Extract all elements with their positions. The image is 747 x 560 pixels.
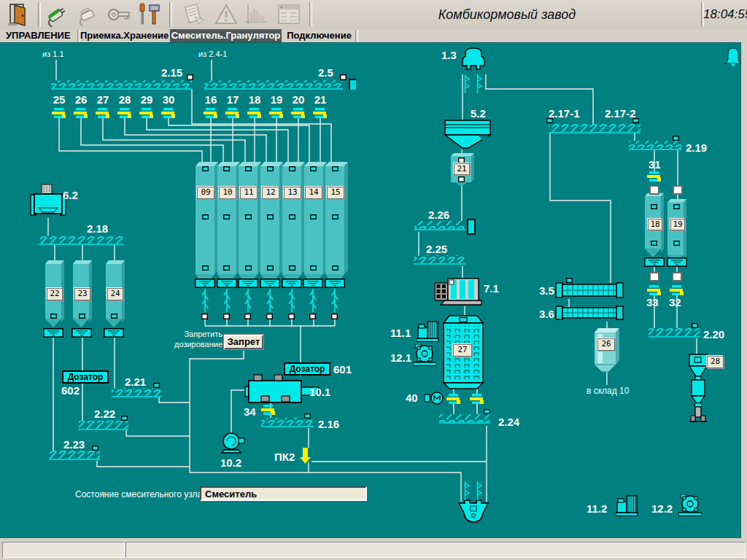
machine-label: 11.2 (587, 502, 607, 515)
conveyor-label: 2.20 (703, 328, 724, 341)
inhibit-text: дозирование (170, 340, 222, 349)
tab-bar: УПРАВЛЕНИЕ Приемка.Хранение Смеситель.Гр… (0, 29, 747, 42)
outlet-number: 26 (72, 93, 90, 106)
motor-2.26 (468, 219, 475, 234)
machine-label: 1.3 (441, 49, 457, 61)
outlet-number: 18 (246, 93, 263, 106)
conveyor-2.5 (204, 80, 343, 89)
mixer-drive-7.1[interactable] (435, 279, 481, 305)
bin-number: 19 (670, 219, 685, 230)
status-panel-left (2, 542, 125, 558)
toolbar: Комбикормовый завод 18:04:55 (0, 0, 747, 30)
exit-door-icon[interactable] (6, 2, 32, 27)
valve-label: 33 (646, 296, 659, 308)
tab-reception-storage[interactable]: Приемка.Хранение (80, 29, 168, 42)
menu-control[interactable]: УПРАВЛЕНИЕ (6, 29, 76, 42)
clock: 18:04:55 (703, 0, 746, 29)
bin-number: 18 (648, 219, 662, 230)
bin-number: 21 (454, 163, 470, 175)
bin-augers (202, 289, 338, 312)
granulator-28[interactable] (689, 354, 707, 421)
tank-number: 27 (453, 344, 472, 357)
source-label: из 1.1 (42, 50, 64, 58)
machine-label: 6.2 (63, 189, 78, 201)
disconnect-plug-icon[interactable] (75, 2, 101, 27)
bin-number: 10 (219, 187, 236, 199)
dosing-bins-09-15[interactable] (196, 162, 348, 280)
conveyor-label: 2.25 (426, 243, 447, 255)
bin-number: 12 (262, 187, 279, 199)
outlet-number: 21 (311, 93, 329, 106)
tab-separator (355, 30, 358, 42)
conveyor-2.26 (414, 221, 465, 230)
conveyor-label: 2.19 (686, 141, 707, 154)
outlet-number: 16 (202, 93, 220, 106)
outlet-number: 17 (224, 93, 241, 106)
inhibit-button[interactable]: Запрет (224, 335, 263, 349)
machine-label: 11.1 (390, 327, 411, 339)
doser-id: 602 (61, 384, 80, 397)
conveyor-label: 2.18 (87, 222, 108, 235)
outlet-number: 28 (116, 93, 133, 106)
conveyor-2.17 (549, 124, 640, 133)
valve-label: 34 (244, 405, 256, 418)
conveyor-2.20 (649, 328, 700, 337)
machine-label: 10.1 (309, 386, 330, 398)
bin-number: 26 (597, 338, 615, 351)
tools-icon[interactable] (136, 2, 163, 27)
doser-mixer-10.1[interactable] (245, 375, 319, 402)
bin-number: 15 (327, 187, 344, 199)
machine-label: 3.6 (539, 308, 554, 320)
crusher-6.2[interactable] (31, 184, 66, 215)
toolbar-separator (309, 2, 312, 27)
pump-12.2[interactable] (678, 494, 702, 516)
valve-label: 32 (669, 296, 681, 308)
conveyor-label: 2.15 (161, 66, 182, 79)
bin-number: 24 (107, 288, 123, 300)
source-label: из 2.4-1 (198, 50, 227, 58)
conveyor-2.22 (79, 421, 128, 429)
toolbar-separator (169, 2, 172, 27)
motor-11.1[interactable] (417, 322, 438, 342)
tab-connection[interactable]: Подключение (285, 29, 354, 42)
machine-label: 12.1 (390, 351, 411, 364)
connect-plug-icon[interactable] (44, 2, 70, 27)
conveyor-2.19 (629, 141, 681, 149)
outlet-number: 30 (160, 93, 177, 106)
value-table-icon (276, 2, 302, 27)
slide-gates[interactable] (52, 108, 684, 415)
conveyor-label: 2.22 (94, 408, 115, 420)
report-icon (181, 2, 207, 27)
alarm-bell-icon[interactable] (725, 48, 741, 67)
press-3.5[interactable] (556, 283, 623, 298)
bin-number: 13 (284, 187, 301, 199)
doser-601-button[interactable]: Дозатор (284, 362, 330, 376)
doser-602-button[interactable]: Дозатор (62, 370, 109, 384)
motor-11.2[interactable] (616, 496, 638, 516)
conveyor-label: 2.16 (318, 418, 339, 430)
bin-number: 23 (74, 288, 90, 300)
alarm-log-icon (213, 2, 239, 27)
elevator-leg (478, 481, 482, 500)
cooler-3.6[interactable] (556, 306, 623, 319)
separator-5.2[interactable] (445, 120, 490, 148)
bin-number: 11 (240, 187, 258, 199)
machine-label: 5.2 (471, 107, 486, 120)
conveyor-label: 2.23 (63, 438, 85, 451)
screw-conveyors[interactable] (38, 80, 700, 459)
tab-mixer-granulator[interactable]: Смеситель.Гранулятор (170, 29, 282, 42)
conveyor-2.16 (261, 418, 314, 427)
machine-number: 28 (707, 356, 724, 368)
doser-id: 601 (333, 363, 352, 376)
conveyor-2.15 (51, 80, 192, 89)
elevator-head-1.3[interactable] (462, 48, 484, 69)
outlet-number: 19 (268, 93, 285, 106)
mixer-state-label: Состояние смесительного узла (75, 489, 202, 499)
key-icon[interactable] (106, 2, 132, 27)
elevator-leg (478, 74, 482, 93)
pump-12.1[interactable] (413, 344, 436, 366)
machine-label: 3.5 (539, 284, 554, 297)
elevator-boot[interactable] (459, 500, 488, 522)
fan-10.2[interactable] (222, 433, 244, 453)
motor-40[interactable] (425, 392, 443, 404)
